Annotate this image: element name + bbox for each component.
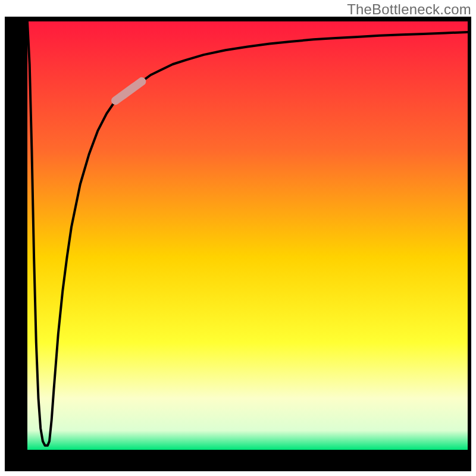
plot-area	[27, 21, 468, 450]
chart-black-border	[5, 17, 471, 471]
plot-svg	[27, 21, 468, 450]
chart-frame: TheBottleneck.com	[0, 0, 476, 476]
watermark-text: TheBottleneck.com	[347, 1, 471, 18]
gradient-background	[27, 21, 468, 450]
